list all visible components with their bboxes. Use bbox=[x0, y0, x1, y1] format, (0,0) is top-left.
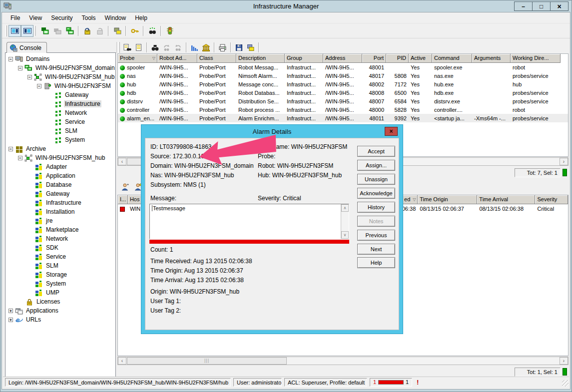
column-header-id[interactable]: I... bbox=[118, 195, 128, 204]
column-header-pid[interactable]: PID bbox=[386, 54, 409, 63]
new-window-icon[interactable] bbox=[38, 25, 51, 37]
collapse-icon[interactable] bbox=[8, 147, 13, 151]
column-header-active[interactable]: Active bbox=[409, 54, 432, 63]
expand-icon[interactable] bbox=[8, 318, 13, 322]
tree-item-system-pkg[interactable]: System bbox=[5, 279, 115, 288]
collapse-icon[interactable] bbox=[18, 66, 22, 70]
help-button[interactable]: Help bbox=[357, 257, 395, 268]
column-header-group[interactable]: Group bbox=[285, 54, 323, 63]
table-row[interactable]: hdb/WIN-9H5...Probe/PortRobot Databas...… bbox=[118, 88, 568, 97]
alarm-horizontal-scrollbar[interactable]: ||| bbox=[117, 357, 569, 365]
scroll-left-button[interactable] bbox=[118, 158, 126, 165]
tree-item-urls[interactable]: eURLs bbox=[5, 315, 115, 324]
window-split-icon[interactable] bbox=[8, 25, 21, 37]
import-icon[interactable] bbox=[81, 25, 93, 37]
column-header-probe[interactable]: Probe bbox=[118, 54, 157, 63]
next-button[interactable]: Next bbox=[357, 244, 395, 255]
collapse-icon[interactable] bbox=[8, 57, 13, 61]
dialog-close-icon[interactable] bbox=[385, 127, 398, 136]
traffic-light-icon[interactable] bbox=[163, 25, 176, 37]
window-list-icon[interactable] bbox=[63, 25, 76, 37]
tree-item-licenses[interactable]: Licenses bbox=[5, 297, 115, 306]
unassign-button[interactable]: Unassign bbox=[357, 174, 395, 185]
tree-item-application[interactable]: Application bbox=[5, 171, 115, 180]
table-row[interactable]: controller/WIN-9H5...Probe/PortRobot pro… bbox=[118, 105, 568, 114]
binoculars-icon[interactable] bbox=[149, 42, 161, 52]
menu-view[interactable]: View bbox=[24, 13, 46, 23]
tree-item-network-pkg[interactable]: Network bbox=[5, 234, 115, 243]
toolbar-grip[interactable] bbox=[118, 42, 120, 53]
tree-item-applications[interactable]: Applications bbox=[5, 306, 115, 315]
resize-grip[interactable] bbox=[562, 380, 569, 387]
tree-item-domains[interactable]: Domains bbox=[5, 54, 115, 63]
close-button[interactable] bbox=[550, 1, 569, 11]
tree-item-archive-hub[interactable]: WIN-9H5U2FN3FSM_hub bbox=[5, 153, 115, 162]
tree-item-adapter[interactable]: Adapter bbox=[5, 162, 115, 171]
tree-item-jre[interactable]: jre bbox=[5, 216, 115, 225]
column-header-time-origin[interactable]: Time Origin bbox=[418, 195, 477, 204]
tree-item-installation[interactable]: Installation bbox=[5, 207, 115, 216]
history-button[interactable]: History bbox=[357, 202, 395, 213]
bank-icon[interactable] bbox=[200, 42, 212, 52]
tree-item-sdk[interactable]: SDK bbox=[5, 243, 115, 252]
tree-item-service-pkg[interactable]: Service bbox=[5, 252, 115, 261]
menu-window[interactable]: Window bbox=[100, 13, 131, 23]
column-header-address[interactable]: Address bbox=[323, 54, 362, 63]
column-header-class[interactable]: Class bbox=[197, 54, 236, 63]
column-header-robot-address[interactable]: Robot Ad... bbox=[157, 54, 197, 63]
menu-tools[interactable]: Tools bbox=[77, 13, 100, 23]
tree-item-robot[interactable]: WIN-9H5U2FN3FSM bbox=[5, 81, 115, 90]
tree-item-archive[interactable]: Archive bbox=[5, 144, 115, 153]
column-header-arguments[interactable]: Arguments bbox=[472, 54, 511, 63]
tree-item-infrastructure[interactable]: Infrastructure bbox=[5, 99, 115, 108]
window-layout-icon[interactable] bbox=[21, 25, 33, 37]
tree-item-domain[interactable]: WIN-9H5U2FN3FSM_domain bbox=[5, 63, 115, 72]
tree-item-storage[interactable]: Storage bbox=[5, 270, 115, 279]
bar-chart-icon[interactable] bbox=[189, 42, 200, 52]
menu-help[interactable]: Help bbox=[130, 13, 152, 23]
column-header-description[interactable]: Description bbox=[236, 54, 285, 63]
expand-icon[interactable] bbox=[8, 309, 13, 313]
tree-item-slm[interactable]: SLM bbox=[5, 126, 115, 135]
tree-item-system[interactable]: System bbox=[5, 135, 115, 144]
find-document-icon[interactable] bbox=[121, 42, 133, 52]
cascade-windows-icon[interactable] bbox=[245, 42, 256, 52]
collapse-icon[interactable] bbox=[18, 156, 22, 160]
tree-item-network[interactable]: Network bbox=[5, 108, 115, 117]
find-probe-icon[interactable] bbox=[146, 25, 158, 37]
scrollbar-thumb[interactable]: ||| bbox=[127, 357, 287, 365]
toolbar-grip[interactable] bbox=[5, 25, 7, 36]
tree-item-service[interactable]: Service bbox=[5, 117, 115, 126]
tree-item-marketplace[interactable]: Marketplace bbox=[5, 225, 115, 234]
table-row[interactable]: hub/WIN-9H5...Probe/PortMessage conc...I… bbox=[118, 80, 568, 88]
tree-item-database[interactable]: Database bbox=[5, 180, 115, 189]
scroll-down-button[interactable] bbox=[341, 231, 349, 239]
column-header-time-arrival[interactable]: Time Arrival bbox=[477, 195, 535, 204]
assign-user-icon[interactable] bbox=[119, 182, 131, 192]
previous-button[interactable]: Previous bbox=[357, 230, 395, 241]
column-header-working-dir[interactable]: Working Dire... bbox=[511, 54, 561, 63]
message-vertical-scrollbar[interactable] bbox=[341, 204, 349, 239]
acknowledge-button[interactable]: Acknowledge bbox=[357, 188, 395, 199]
scroll-right-button[interactable] bbox=[560, 357, 568, 365]
accept-button[interactable]: Accept bbox=[357, 146, 395, 157]
tree-item-gateway-pkg[interactable]: Gateway bbox=[5, 189, 115, 198]
document-list-icon[interactable] bbox=[133, 42, 144, 52]
tree-item-slm-pkg[interactable]: SLM bbox=[5, 261, 115, 270]
scroll-right-button[interactable] bbox=[560, 158, 568, 165]
message-textarea[interactable]: Testmessage bbox=[149, 204, 349, 239]
collapse-icon[interactable] bbox=[37, 84, 41, 88]
assign-button[interactable]: Assign... bbox=[357, 160, 395, 171]
column-header-severity[interactable]: Severity bbox=[535, 195, 568, 204]
save-icon[interactable] bbox=[233, 42, 245, 52]
table-row[interactable]: spooler/WIN-9H5...Probe/PortRobot Messag… bbox=[118, 63, 568, 71]
tree-item-hub[interactable]: WIN-9H5U2FN3FSM_hub bbox=[5, 72, 115, 81]
menu-file[interactable]: File bbox=[6, 13, 24, 23]
table-row-selected[interactable]: alarm_en.../WIN-9H5...Probe/PortAlarm En… bbox=[118, 114, 568, 122]
table-row[interactable]: distsrv/WIN-9H5...Probe/PortDistribution… bbox=[118, 97, 568, 105]
maximize-button[interactable] bbox=[532, 1, 551, 11]
scroll-left-button[interactable] bbox=[118, 357, 126, 365]
minimize-button[interactable] bbox=[514, 1, 533, 11]
table-row[interactable]: nas/WIN-9H5...Probe/PortNimsoft Alarm...… bbox=[118, 71, 568, 80]
tab-console[interactable]: Console bbox=[6, 42, 47, 53]
